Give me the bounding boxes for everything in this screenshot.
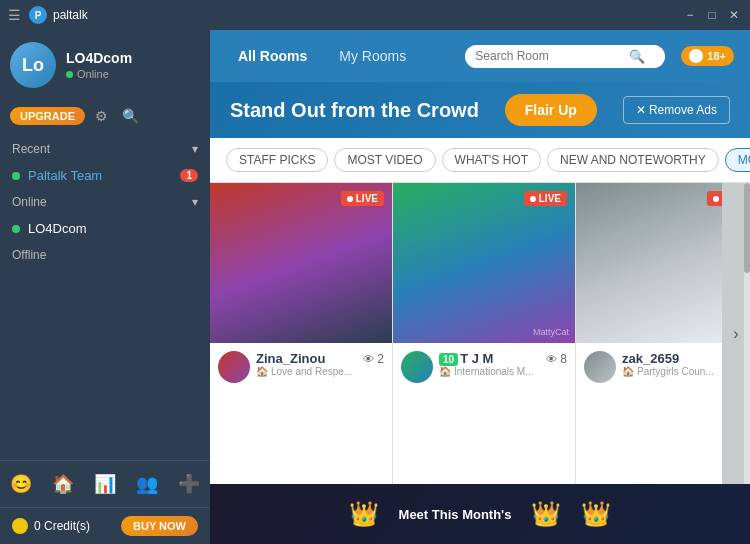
chevron-down-icon: ▾ bbox=[192, 142, 198, 156]
sidebar-item-user[interactable]: LO4Dcom bbox=[0, 215, 210, 242]
title-bar: ☰ P paltalk − □ ✕ bbox=[0, 0, 750, 30]
room-name-1: Zina_Zinou bbox=[256, 351, 325, 366]
sidebar-item-paltalk-team[interactable]: Paltalk Team 1 bbox=[0, 162, 210, 189]
room-avatar-2 bbox=[401, 351, 433, 383]
live-label-1: LIVE bbox=[356, 193, 378, 204]
user-header: Lo LO4Dcom Online bbox=[0, 30, 210, 100]
room-details-3: zak_2659 👁 4 🏠 Partygirls Coun... bbox=[622, 351, 722, 377]
online-label: Online bbox=[12, 195, 47, 209]
app-container: Lo LO4Dcom Online UPGRADE ⚙ 🔍 Recent ▾ P… bbox=[0, 30, 750, 544]
credits-label: 0 Credit(s) bbox=[34, 519, 90, 533]
live-badge-2: LIVE bbox=[524, 191, 567, 206]
live-label-2: LIVE bbox=[539, 193, 561, 204]
top-nav: All Rooms My Rooms 🔍 18+ bbox=[210, 30, 750, 82]
tab-whats-hot[interactable]: WHAT'S HOT bbox=[442, 148, 541, 172]
upgrade-button[interactable]: UPGRADE bbox=[10, 107, 85, 125]
scrollbar-thumb bbox=[744, 183, 750, 273]
viewers-1: 2 bbox=[377, 352, 384, 366]
room-info-3: zak_2659 👁 4 🏠 Partygirls Coun... bbox=[576, 343, 722, 391]
status-dot bbox=[66, 71, 73, 78]
sidebar: Lo LO4Dcom Online UPGRADE ⚙ 🔍 Recent ▾ P… bbox=[0, 30, 210, 544]
rooms-container: LIVE Zina_Zinou 👁 2 bbox=[210, 183, 750, 484]
sidebar-actions: UPGRADE ⚙ 🔍 bbox=[0, 100, 210, 136]
app-icon: P bbox=[29, 6, 47, 24]
tab-new-noteworthy[interactable]: NEW AND NOTEWORTHY bbox=[547, 148, 719, 172]
recent-label: Recent bbox=[12, 142, 50, 156]
eye-icon-1: 👁 bbox=[363, 353, 374, 365]
online-section[interactable]: Online ▾ bbox=[0, 189, 210, 215]
user-info: LO4Dcom Online bbox=[66, 50, 200, 80]
friends-nav-icon[interactable]: 👥 bbox=[128, 469, 166, 499]
room-desc-1: Love and Respe... bbox=[271, 366, 352, 377]
room-card-1[interactable]: LIVE Zina_Zinou 👁 2 bbox=[210, 183, 393, 484]
viewer-count-2: 👁 8 bbox=[546, 352, 567, 366]
banner: Stand Out from the Crowd Flair Up ✕ Remo… bbox=[210, 82, 750, 138]
room-name-row-3: zak_2659 👁 4 bbox=[622, 351, 722, 366]
username: LO4Dcom bbox=[66, 50, 200, 66]
chevron-down-online-icon: ▾ bbox=[192, 195, 198, 209]
filter-tabs: STAFF PICKS MOST VIDEO WHAT'S HOT NEW AN… bbox=[210, 138, 750, 183]
minimize-button[interactable]: − bbox=[682, 7, 698, 23]
search-box: 🔍 bbox=[465, 45, 665, 68]
eye-icon-2: 👁 bbox=[546, 353, 557, 365]
hamburger-icon[interactable]: ☰ bbox=[8, 7, 21, 23]
room-category-1: 🏠 Love and Respe... bbox=[256, 366, 384, 377]
home-icon-3: 🏠 bbox=[622, 366, 634, 377]
room-avatar-3 bbox=[584, 351, 616, 383]
app-title: paltalk bbox=[53, 8, 742, 22]
search-icon-button[interactable]: 🔍 bbox=[118, 106, 143, 126]
viewers-2: 8 bbox=[560, 352, 567, 366]
room-card-3[interactable]: LIVE zak_2659 👁 4 bbox=[576, 183, 722, 484]
room-thumbnail-3: LIVE bbox=[576, 183, 722, 343]
live-dot-1 bbox=[347, 196, 353, 202]
add-friend-nav-icon[interactable]: ➕ bbox=[170, 469, 208, 499]
remove-ads-button[interactable]: ✕ Remove Ads bbox=[623, 96, 730, 124]
toggle-circle bbox=[689, 49, 703, 63]
room-desc-3: Partygirls Coun... bbox=[637, 366, 714, 377]
room-card-2[interactable]: LIVE MattyCat 10T J M 👁 bbox=[393, 183, 576, 484]
all-rooms-tab[interactable]: All Rooms bbox=[226, 42, 319, 70]
home-icon-2: 🏠 bbox=[439, 366, 451, 377]
buy-button[interactable]: BUY NOW bbox=[121, 516, 198, 536]
chart-nav-icon[interactable]: 📊 bbox=[86, 469, 124, 499]
recent-section[interactable]: Recent ▾ bbox=[0, 136, 210, 162]
online-dot bbox=[12, 172, 20, 180]
credits-bar: 0 Credit(s) BUY NOW bbox=[0, 508, 210, 544]
user-online-dot bbox=[12, 225, 20, 233]
crown-icon-right: 👑 bbox=[581, 500, 611, 528]
search-input[interactable] bbox=[475, 49, 625, 63]
room-avatar-1 bbox=[218, 351, 250, 383]
room-name-row-2: 10T J M 👁 8 bbox=[439, 351, 567, 366]
level-badge-2: 10 bbox=[439, 353, 458, 366]
maximize-button[interactable]: □ bbox=[704, 7, 720, 23]
my-rooms-tab[interactable]: My Rooms bbox=[327, 42, 418, 70]
room-category-2: 🏠 Internationals M... bbox=[439, 366, 567, 377]
user-item-label: LO4Dcom bbox=[28, 221, 198, 236]
banner-text: Stand Out from the Crowd bbox=[230, 99, 479, 122]
toggle-18-label: 18+ bbox=[707, 50, 726, 62]
bottom-promo: 👑 Meet This Month's 👑 👑 bbox=[210, 484, 750, 544]
crown-icon-middle: 👑 bbox=[531, 500, 561, 528]
room-name-row-1: Zina_Zinou 👁 2 bbox=[256, 351, 384, 366]
smiley-nav-icon[interactable]: 😊 bbox=[2, 469, 40, 499]
thumb-watermark-2: MattyCat bbox=[533, 327, 569, 337]
live-badge-3: LIVE bbox=[707, 191, 722, 206]
home-icon-1: 🏠 bbox=[256, 366, 268, 377]
coin-icon bbox=[12, 518, 28, 534]
offline-section[interactable]: Offline bbox=[0, 242, 210, 268]
tab-staff-picks[interactable]: STAFF PICKS bbox=[226, 148, 328, 172]
window-controls: − □ ✕ bbox=[682, 7, 742, 23]
tab-most-video[interactable]: MOST VIDEO bbox=[334, 148, 435, 172]
room-category-3: 🏠 Partygirls Coun... bbox=[622, 366, 722, 377]
live-dot-2 bbox=[530, 196, 536, 202]
toggle-18-button[interactable]: 18+ bbox=[681, 46, 734, 66]
flair-up-button[interactable]: Flair Up bbox=[505, 94, 597, 126]
tab-most-gifted[interactable]: MOST GIFTED bbox=[725, 148, 750, 172]
room-info-2: 10T J M 👁 8 🏠 Internationals M... bbox=[393, 343, 575, 391]
live-badge-1: LIVE bbox=[341, 191, 384, 206]
close-button[interactable]: ✕ bbox=[726, 7, 742, 23]
settings-icon-button[interactable]: ⚙ bbox=[91, 106, 112, 126]
home-nav-icon[interactable]: 🏠 bbox=[44, 469, 82, 499]
room-cards: LIVE Zina_Zinou 👁 2 bbox=[210, 183, 722, 484]
scrollbar-track[interactable] bbox=[744, 183, 750, 484]
